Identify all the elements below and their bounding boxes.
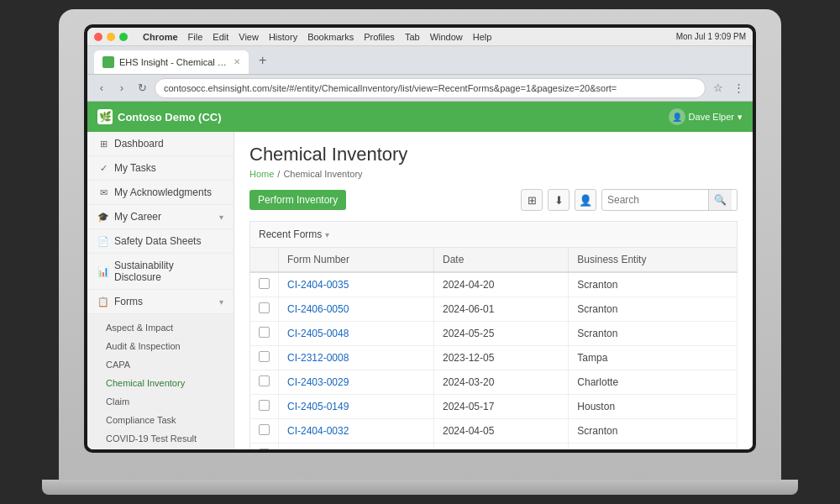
row-checkbox-cell[interactable] (250, 272, 279, 297)
mac-menu-history[interactable]: History (269, 32, 297, 42)
sidebar-sub-capa[interactable]: CAPA (87, 355, 234, 374)
sidebar-item-my-tasks[interactable]: ✓ My Tasks (87, 156, 234, 181)
row-checkbox-cell[interactable] (250, 395, 279, 419)
mac-menu-bookmarks[interactable]: Bookmarks (307, 32, 354, 42)
row-business-entity: Scranton (569, 272, 738, 297)
refresh-button[interactable]: ↻ (134, 81, 150, 96)
new-tab-button[interactable]: + (254, 51, 271, 70)
col-business-entity: Business Entity (569, 248, 738, 273)
app-user-menu[interactable]: 👤 Dave Elper ▾ (669, 108, 743, 125)
row-date: 2023-12-05 (433, 346, 568, 370)
close-dot[interactable] (94, 33, 102, 41)
search-box[interactable]: 🔍 (601, 189, 738, 211)
sidebar: ⊞ Dashboard ✓ My Tasks ✉ My Acknowledgme… (87, 132, 234, 449)
recent-forms-arrow-icon: ▾ (325, 230, 329, 239)
table-header-row: Form Number Date Business Entity (250, 248, 738, 273)
download-button[interactable]: ⬇ (548, 189, 570, 211)
form-number-link[interactable]: CI-2405-0149 (287, 401, 349, 412)
tasks-icon: ✓ (97, 162, 109, 174)
row-checkbox-cell[interactable] (250, 297, 279, 322)
form-number-link[interactable]: CI-2404-0035 (287, 279, 349, 291)
sidebar-sub-aspect-impact[interactable]: Aspect & Impact (87, 318, 234, 337)
grid-view-button[interactable]: ⊞ (521, 189, 543, 211)
perform-inventory-button[interactable]: Perform Inventory (249, 190, 346, 210)
row-checkbox-cell[interactable] (250, 346, 279, 370)
chrome-tab-active[interactable]: EHS Insight - Chemical Inve... ✕ (94, 50, 249, 74)
forms-submenu: Aspect & Impact Audit & Inspection CAPA … (87, 314, 234, 449)
content-area: Chemical Inventory Home / Chemical Inven… (234, 132, 753, 449)
row-checkbox[interactable] (259, 375, 270, 386)
row-form-number: CI-2406-0050 (279, 297, 434, 322)
sidebar-item-safety-data[interactable]: 📄 Safety Data Sheets (87, 229, 234, 254)
row-business-entity: Tampa (569, 346, 738, 370)
mac-window-controls[interactable] (94, 33, 128, 41)
form-number-link[interactable]: CI-2403-0029 (287, 376, 349, 388)
mac-menu-file[interactable]: File (188, 32, 203, 42)
user-icon: 👤 (579, 194, 592, 207)
row-checkbox[interactable] (259, 327, 270, 338)
sidebar-item-my-career[interactable]: 🎓 My Career ▾ (87, 205, 234, 229)
row-checkbox-cell[interactable] (250, 419, 279, 444)
sidebar-sub-chemical-inventory[interactable]: Chemical Inventory (87, 374, 234, 392)
sidebar-item-sustainability[interactable]: 📊 Sustainability Disclosure (87, 254, 234, 290)
toolbar-row: Perform Inventory ⊞ ⬇ 👤 (249, 189, 738, 211)
recent-forms-section-header[interactable]: Recent Forms ▾ (249, 221, 738, 247)
extensions-button[interactable]: ⋮ (731, 81, 746, 96)
sidebar-sub-compliance-task[interactable]: Compliance Task (87, 411, 234, 429)
breadcrumb-home[interactable]: Home (249, 169, 274, 179)
sidebar-item-forms-label: Forms (114, 296, 214, 307)
bookmark-button[interactable]: ☆ (711, 81, 726, 96)
row-business-entity: Scranton (569, 419, 738, 444)
sidebar-item-acknowledgments[interactable]: ✉ My Acknowledgments (87, 181, 234, 205)
form-number-link[interactable]: CI-2405-0048 (287, 328, 349, 339)
row-checkbox[interactable] (259, 424, 270, 435)
row-business-entity: Houston (569, 395, 738, 419)
search-submit-button[interactable]: 🔍 (708, 190, 732, 210)
col-date: Date (433, 248, 568, 273)
row-checkbox[interactable] (259, 302, 270, 313)
row-checkbox[interactable] (259, 400, 270, 411)
row-checkbox-cell[interactable] (250, 444, 279, 450)
sidebar-item-dashboard[interactable]: ⊞ Dashboard (87, 132, 234, 156)
sidebar-item-sustainability-label: Sustainability Disclosure (114, 260, 223, 283)
row-business-entity: Charlotte (569, 444, 738, 450)
address-input[interactable]: contosocc.ehsinsight.com/site/#/entity/C… (155, 78, 706, 98)
row-checkbox-cell[interactable] (250, 370, 279, 395)
user-avatar-icon: 👤 (669, 108, 685, 125)
sidebar-sub-audit-inspection[interactable]: Audit & Inspection (87, 337, 234, 355)
dashboard-icon: ⊞ (97, 138, 109, 150)
tab-favicon (102, 56, 114, 68)
mac-menu-profiles[interactable]: Profiles (364, 32, 395, 42)
row-form-number: CI-2405-0048 (279, 322, 434, 346)
sidebar-sub-covid-vacc[interactable]: COVID-19 Vaccination Status (87, 448, 234, 449)
sidebar-sub-claim[interactable]: Claim (87, 392, 234, 411)
search-input[interactable] (607, 194, 708, 206)
mac-menu-view[interactable]: View (239, 32, 259, 42)
row-checkbox[interactable] (259, 278, 270, 289)
form-number-link[interactable]: CI-2404-0032 (287, 425, 349, 437)
form-number-link[interactable]: CI-2312-0008 (287, 352, 349, 364)
mac-menu-tab[interactable]: Tab (405, 32, 420, 42)
row-checkbox[interactable] (259, 449, 270, 449)
recent-forms-label: Recent Forms (259, 228, 322, 240)
user-name: Dave Elper (689, 112, 734, 122)
row-checkbox-cell[interactable] (250, 322, 279, 346)
row-date: 2024-05-12 (433, 444, 568, 450)
row-checkbox[interactable] (259, 351, 270, 362)
sidebar-item-forms[interactable]: 📋 Forms ▾ (87, 290, 234, 314)
user-filter-button[interactable]: 👤 (575, 189, 596, 211)
table-row: CI-2403-0029 2024-03-20 Charlotte (250, 370, 738, 395)
back-button[interactable]: ‹ (94, 81, 109, 96)
sidebar-sub-covid-test[interactable]: COVID-19 Test Result (87, 429, 234, 448)
mac-menu-window[interactable]: Window (430, 32, 463, 42)
address-text: contosocc.ehsinsight.com/site/#/entity/C… (164, 83, 696, 93)
form-number-link[interactable]: CI-2406-0050 (287, 303, 349, 315)
forward-button[interactable]: › (114, 81, 129, 96)
mac-menu-edit[interactable]: Edit (213, 32, 228, 42)
mac-app-name: Chrome (143, 32, 178, 42)
row-form-number: CI-2403-0029 (279, 370, 434, 395)
maximize-dot[interactable] (119, 33, 128, 41)
minimize-dot[interactable] (107, 33, 115, 41)
tab-close-icon[interactable]: ✕ (234, 57, 240, 66)
mac-menu-help[interactable]: Help (473, 32, 492, 42)
